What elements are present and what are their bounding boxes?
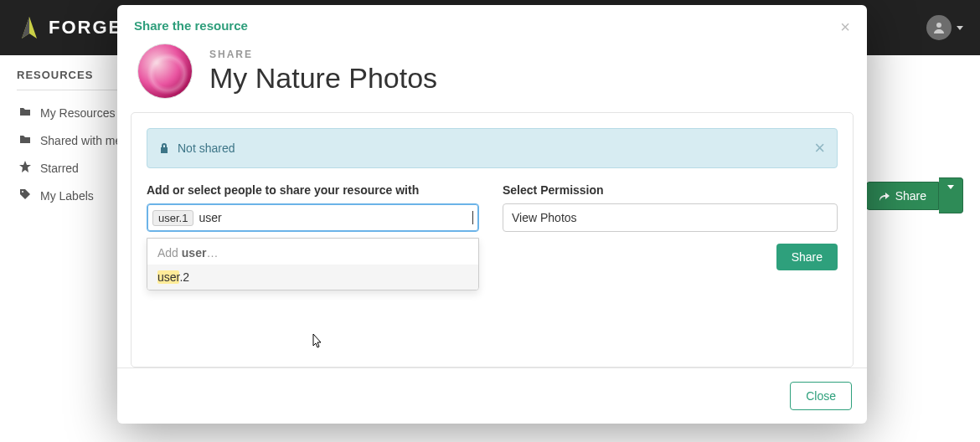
- chevron-down-icon: [947, 185, 954, 202]
- share-split-button: Share: [866, 177, 963, 213]
- share-arrow-icon: [879, 190, 890, 202]
- sidebar-item-label: My Resources: [40, 106, 115, 120]
- logo-mark-icon: [17, 15, 42, 40]
- share-button-dropdown[interactable]: [939, 177, 963, 213]
- svg-point-4: [22, 191, 23, 193]
- folder-icon: [18, 133, 32, 147]
- sidebar-item-label: Starred: [40, 162, 79, 175]
- alert-text: Not shared: [178, 141, 235, 155]
- lock-icon: [159, 142, 169, 154]
- people-input[interactable]: user.1 user: [147, 203, 479, 232]
- folder-icon: [18, 105, 32, 120]
- add-suffix: …: [206, 246, 218, 260]
- modal-eyebrow: SHARE: [209, 49, 437, 60]
- resource-title: My Nature Photos: [209, 62, 437, 95]
- text-cursor: [472, 211, 473, 224]
- share-modal: Share the resource × SHARE My Nature Pho…: [117, 5, 867, 424]
- add-prefix: Add: [157, 246, 182, 260]
- close-button[interactable]: Close: [790, 382, 852, 410]
- share-confirm-button[interactable]: Share: [776, 244, 838, 270]
- people-field-label: Add or select people to share your resou…: [147, 183, 479, 197]
- permission-field-label: Select Permission: [503, 183, 838, 197]
- user-token[interactable]: user.1: [152, 210, 193, 226]
- modal-title: Share the resource: [134, 18, 248, 33]
- autocomplete-add-line[interactable]: Add user…: [147, 239, 478, 265]
- chevron-down-icon: [957, 26, 963, 30]
- share-status-alert: Not shared ×: [147, 128, 838, 168]
- people-autocomplete-dropdown: Add user… user.2: [147, 238, 479, 290]
- resource-thumbnail: [137, 44, 193, 99]
- add-query: user: [182, 246, 207, 260]
- permission-value: View Photos: [512, 211, 577, 224]
- brand-name: FORGE: [49, 17, 122, 39]
- tag-icon: [18, 188, 32, 203]
- avatar-icon: [926, 15, 952, 40]
- sidebar-item-label: My Labels: [40, 189, 94, 203]
- svg-point-2: [936, 23, 941, 28]
- star-icon: [18, 161, 32, 175]
- alert-close-icon[interactable]: ×: [814, 139, 825, 157]
- permission-select[interactable]: View Photos: [503, 203, 838, 232]
- svg-marker-3: [19, 161, 31, 172]
- user-menu[interactable]: [926, 15, 963, 40]
- option-rest: .2: [179, 270, 189, 284]
- svg-marker-1: [22, 17, 29, 39]
- close-icon[interactable]: ×: [840, 18, 850, 35]
- people-input-text[interactable]: user: [197, 210, 471, 225]
- sidebar-item-label: Shared with me: [40, 134, 121, 147]
- option-highlight: user: [157, 270, 179, 284]
- share-button[interactable]: Share: [866, 182, 939, 210]
- mouse-cursor-icon: [310, 333, 323, 350]
- autocomplete-option[interactable]: user.2: [147, 265, 478, 290]
- logo: FORGE: [17, 15, 122, 40]
- share-button-label: Share: [895, 189, 926, 203]
